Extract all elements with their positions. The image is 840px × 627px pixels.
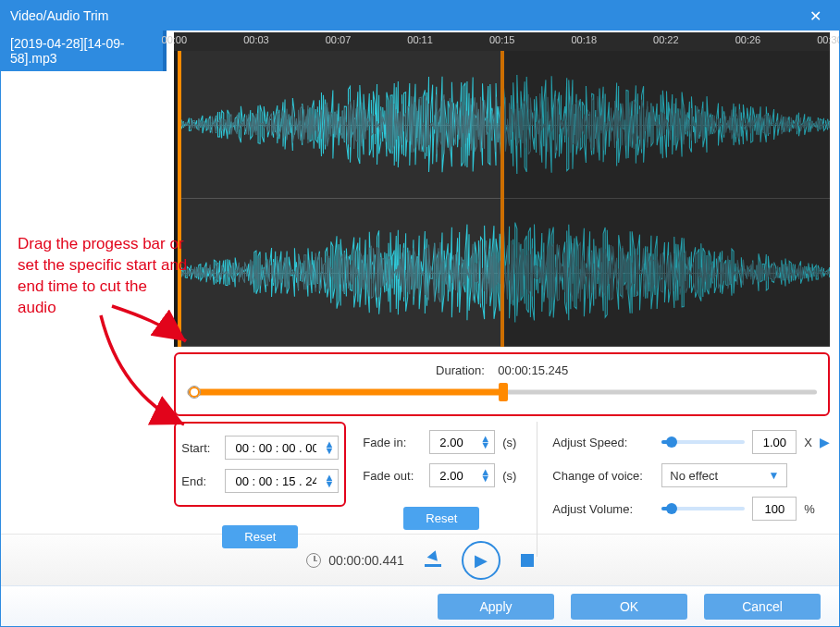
speed-slider[interactable] [661,436,745,449]
volume-slider[interactable] [661,502,745,515]
highlight-duration-box: Duration: 00:00:15.245 [174,352,830,416]
chevron-down-icon: ▼ [768,469,779,482]
reset-times-button[interactable]: Reset [222,525,298,548]
trim-track[interactable] [181,381,822,403]
spinner-icon[interactable]: ▲▼ [324,474,334,487]
file-list: [2019-04-28][14-09-58].mp3 Drag the prog… [1,31,167,534]
spinner-icon[interactable]: ▲▼ [324,441,334,454]
unselected-shade [500,51,830,347]
volume-label: Adjust Volume: [552,502,654,516]
duration-label: Duration: [436,363,485,377]
close-icon[interactable]: ✕ [800,7,830,25]
waveform-area[interactable] [174,51,830,347]
volume-unit: % [804,502,815,516]
volume-value-input[interactable] [752,497,797,521]
selection-start-handle[interactable] [178,51,181,347]
end-time-input[interactable]: ▲▼ [225,469,339,493]
apply-button[interactable]: Apply [438,594,554,620]
voice-label: Change of voice: [552,469,654,483]
trim-window: Video/Audio Trim ✕ [2019-04-28][14-09-58… [0,0,840,627]
trim-start-knob[interactable] [188,386,201,399]
speed-value-input[interactable] [752,430,797,454]
trim-end-knob[interactable] [499,383,508,401]
export-icon[interactable] [425,554,441,567]
annotation-text: Drag the progess bar or set the specific… [18,234,190,319]
fadeout-input[interactable]: ▲▼ [429,463,495,487]
fadein-label: Fade in: [363,436,422,449]
dialog-footer: Apply OK Cancel [1,585,839,626]
editor-panel: 00:0000:0300:0700:1100:1500:1800:2200:26… [167,31,839,534]
spinner-icon[interactable]: ▲▼ [480,469,490,482]
voice-select[interactable]: No effect ▼ [661,463,787,487]
highlight-times-box: Start: ▲▼ End: ▲▼ [174,422,346,507]
ok-button[interactable]: OK [571,594,687,620]
seconds-unit: (s) [502,469,516,483]
end-label: End: [181,474,217,488]
file-item[interactable]: [2019-04-28][14-09-58].mp3 [1,31,167,71]
fadein-input[interactable]: ▲▼ [429,430,495,454]
time-ruler: 00:0000:0300:0700:1100:1500:1800:2200:26… [174,32,830,51]
cancel-button[interactable]: Cancel [704,594,821,620]
seconds-unit: (s) [502,436,516,449]
preview-speed-icon[interactable]: ▶ [820,435,830,449]
voice-selected: No effect [670,469,718,483]
duration-value: 00:00:15.245 [498,363,568,377]
speed-unit: X [804,436,812,449]
titlebar: Video/Audio Trim ✕ [1,1,839,31]
spinner-icon[interactable]: ▲▼ [480,436,490,449]
start-label: Start: [181,441,217,455]
clock-icon [306,553,321,568]
reset-fade-button[interactable]: Reset [403,507,479,530]
window-title: Video/Audio Trim [10,8,108,23]
start-time-input[interactable]: ▲▼ [225,436,339,460]
fadeout-label: Fade out: [363,469,422,483]
speed-label: Adjust Speed: [552,436,654,449]
